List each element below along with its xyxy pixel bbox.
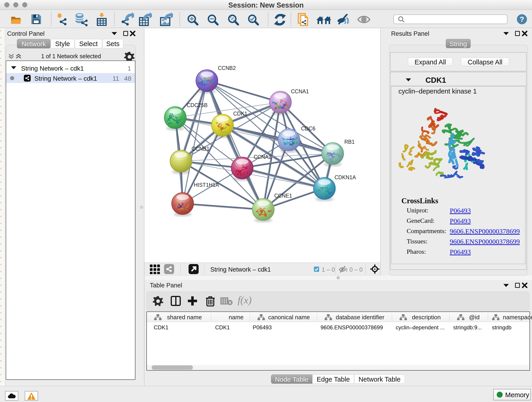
svg-text:HIST1H1A: HIST1H1A — [194, 182, 219, 188]
svg-text:RB1: RB1 — [344, 139, 355, 145]
svg-text:CDC25B: CDC25B — [187, 102, 208, 108]
svg-text:CCNB2: CCNB2 — [218, 65, 236, 71]
svg-text:CDC6: CDC6 — [301, 126, 316, 132]
svg-text:CDKN1A: CDKN1A — [335, 174, 356, 180]
svg-text:CDK1: CDK1 — [233, 111, 247, 117]
svg-text:CCNA1: CCNA1 — [291, 89, 309, 95]
svg-text:CCNB1: CCNB1 — [191, 146, 209, 152]
svg-text:CCNE1: CCNE1 — [274, 193, 292, 199]
svg-text:CCNA2: CCNA2 — [254, 154, 272, 160]
